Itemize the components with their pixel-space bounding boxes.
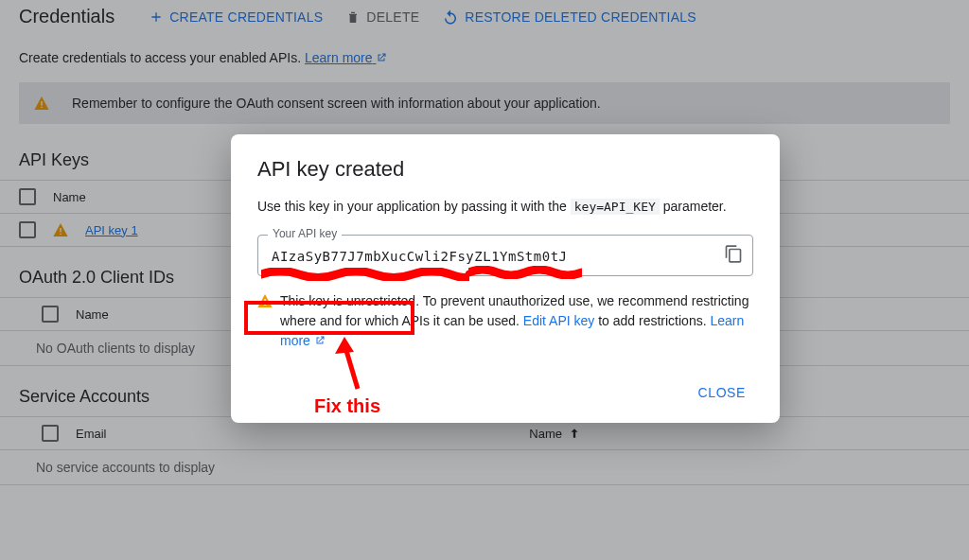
edit-api-key-link[interactable]: Edit API key	[523, 313, 594, 328]
close-button[interactable]: CLOSE	[691, 379, 753, 406]
dialog-description: Use this key in your application by pass…	[257, 199, 753, 214]
copy-icon	[724, 245, 743, 264]
api-key-field: Your API key AIzaSyB77J7mbXucCwli2FsyZL1…	[257, 235, 753, 276]
external-link-icon	[314, 335, 326, 346]
warning-icon	[257, 294, 273, 307]
api-key-value[interactable]: AIzaSyB77J7mbXucCwli2FsyZL1YmStm0tJ	[272, 249, 707, 264]
code-snippet: key=API_KEY	[571, 199, 660, 215]
api-key-created-dialog: API key created Use this key in your app…	[231, 134, 780, 423]
field-label: Your API key	[268, 227, 342, 240]
dialog-title: API key created	[257, 157, 753, 182]
copy-button[interactable]	[724, 245, 743, 267]
dialog-warning: This key is unrestricted. To prevent una…	[257, 291, 753, 351]
